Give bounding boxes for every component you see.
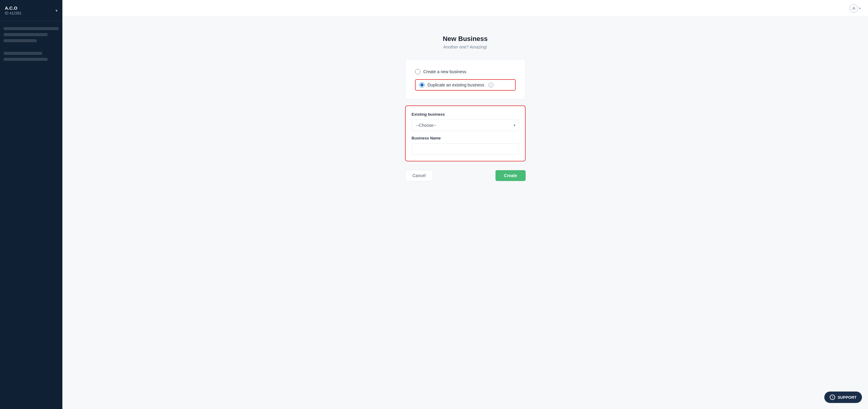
company-id: ID 412391 [5, 11, 22, 15]
action-buttons: Cancel Create [405, 170, 526, 181]
page-content: New Business Another one? Amazing! Creat… [62, 17, 868, 409]
duplicate-radio[interactable] [419, 82, 425, 88]
nav-group-2 [4, 52, 59, 64]
create-new-radio[interactable] [415, 69, 421, 74]
svg-point-0 [853, 7, 855, 8]
company-name: A.C.O [5, 5, 22, 10]
create-new-option[interactable]: Create a new business [415, 68, 516, 76]
user-avatar [849, 4, 858, 13]
nav-item-skeleton [4, 27, 59, 30]
sidebar-header[interactable]: A.C.O ID 412391 ▾ [0, 0, 62, 21]
sidebar-company-info: A.C.O ID 412391 [5, 5, 22, 15]
info-icon[interactable]: i [489, 82, 493, 87]
user-menu-button[interactable]: ▾ [849, 4, 861, 13]
nav-item-skeleton [4, 58, 48, 61]
create-button[interactable]: Create [495, 170, 526, 181]
duplicate-option-highlighted[interactable]: Duplicate an existing business i [415, 79, 516, 91]
existing-business-select-wrapper: --Choose-- ▾ [412, 120, 519, 131]
existing-business-select[interactable]: --Choose-- [412, 120, 519, 131]
create-new-label: Create a new business [424, 69, 466, 74]
duplicate-label: Duplicate an existing business [428, 82, 484, 87]
support-button[interactable]: ? SUPPORT [824, 391, 862, 403]
sidebar: A.C.O ID 412391 ▾ [0, 0, 62, 409]
nav-item-skeleton [4, 33, 48, 36]
user-caret-icon: ▾ [859, 7, 861, 10]
chevron-down-icon[interactable]: ▾ [56, 8, 58, 13]
existing-business-label: Existing business [412, 112, 519, 116]
topbar: ▾ [62, 0, 868, 17]
support-label: SUPPORT [838, 395, 857, 400]
nav-group-1 [4, 27, 59, 45]
nav-item-skeleton [4, 52, 42, 55]
page-title: New Business [443, 35, 488, 43]
business-name-input[interactable] [412, 143, 519, 155]
main-content: ▾ New Business Another one? Amazing! Cre… [62, 0, 868, 409]
nav-item-skeleton [4, 39, 37, 42]
support-icon: ? [830, 395, 835, 400]
page-subtitle: Another one? Amazing! [443, 44, 487, 49]
existing-business-section: Existing business --Choose-- ▾ Business … [405, 105, 526, 162]
sidebar-nav [0, 21, 62, 75]
business-name-label: Business Name [412, 136, 519, 140]
options-card: Create a new business Duplicate an exist… [405, 59, 526, 99]
cancel-button[interactable]: Cancel [405, 170, 433, 181]
